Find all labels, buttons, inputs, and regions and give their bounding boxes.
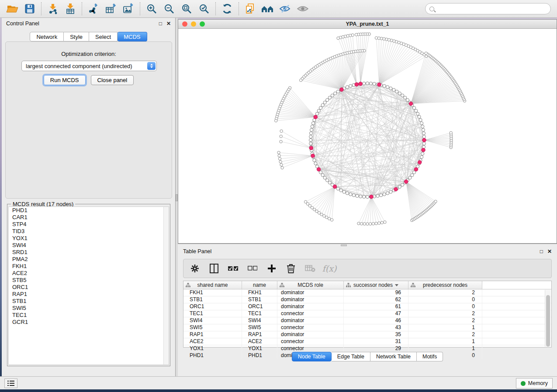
hide-selected-button[interactable]	[277, 1, 294, 16]
tab-style[interactable]: Style	[64, 32, 89, 41]
select-all-checkboxes-icon	[228, 265, 239, 272]
refresh-view-button[interactable]	[218, 1, 236, 16]
mcds-list-item[interactable]: SRD1	[9, 249, 169, 256]
export-table-button[interactable]	[102, 1, 120, 16]
mcds-list-item[interactable]: TEC1	[9, 312, 169, 319]
mcds-list-item[interactable]: ORC1	[9, 284, 169, 291]
table-scrollbar[interactable]	[545, 290, 551, 347]
table-row[interactable]: YOX1YOX1connector291	[183, 345, 551, 352]
zoom-fit-icon	[181, 3, 192, 14]
column-header-MCDS-role[interactable]: MCDS role	[277, 281, 344, 289]
mcds-list-item[interactable]: CAR1	[9, 214, 169, 221]
table-panel-splitter-handle[interactable]	[341, 244, 347, 246]
mcds-list-item[interactable]: STB1	[9, 298, 169, 305]
tab-mcds[interactable]: MCDS	[118, 32, 147, 41]
close-panel-icon[interactable]: ✕	[166, 21, 171, 26]
tab-network[interactable]: Network	[30, 32, 64, 41]
show-all-button[interactable]	[294, 1, 311, 16]
mcds-list-scrollbar[interactable]	[163, 207, 169, 364]
tab-select[interactable]: Select	[89, 32, 118, 41]
run-mcds-button[interactable]: Run MCDS	[44, 75, 86, 85]
deselect-checkboxes-button[interactable]	[247, 263, 258, 274]
table-row[interactable]: TEC1TEC1connector472	[183, 310, 551, 317]
float-table-panel-icon[interactable]: □	[540, 249, 543, 254]
delete-column-button[interactable]	[286, 263, 296, 274]
tab-edge-table[interactable]: Edge Table	[332, 352, 370, 361]
search-box[interactable]	[425, 3, 551, 14]
mcds-hub-node	[359, 82, 363, 86]
table-row[interactable]: RAP1RAP1dominator352	[183, 331, 551, 338]
search-input[interactable]	[437, 4, 550, 13]
table-row[interactable]: ORC1ORC1dominator610	[183, 303, 551, 310]
close-panel-button[interactable]: Close panel	[91, 75, 134, 85]
toolbar-separator	[41, 2, 42, 15]
table-row[interactable]: STB1STB1dominator620	[183, 296, 551, 303]
first-neighbors-button[interactable]	[259, 1, 277, 16]
network-canvas[interactable]	[178, 29, 557, 243]
mcds-hub-node	[333, 185, 337, 189]
select-all-checkboxes-button[interactable]	[228, 263, 239, 274]
zoom-in-button[interactable]	[143, 1, 160, 16]
column-header-successor-nodes[interactable]: successor nodes	[344, 281, 408, 289]
mcds-list-item[interactable]: FKH1	[9, 263, 169, 270]
zoom-out-button[interactable]	[160, 1, 178, 16]
mcds-list-item[interactable]: YOX1	[9, 235, 169, 242]
zoom-fit-button[interactable]	[178, 1, 195, 16]
delete-table-button[interactable]	[305, 263, 315, 274]
network-graph[interactable]	[178, 29, 557, 243]
table-row[interactable]: FKH1FKH1dominator962	[183, 289, 551, 296]
control-panel-title: Control Panel	[6, 21, 39, 27]
export-network-button[interactable]	[85, 1, 102, 16]
settings-gear-button[interactable]	[190, 263, 200, 274]
column-header-shared-name[interactable]: shared name	[183, 281, 242, 289]
tab-network-table[interactable]: Network Table	[370, 352, 417, 361]
column-header-predecessor-nodes[interactable]: predecessor nodes	[408, 281, 482, 289]
mcds-list-item[interactable]: STB5	[9, 277, 169, 284]
zoom-out-icon	[163, 3, 175, 14]
table-row[interactable]: SWI4SWI4dominator462	[183, 317, 551, 324]
table-toolbar: f(x)	[183, 259, 552, 278]
cell-successor-nodes: 96	[344, 289, 408, 296]
save-session-button[interactable]	[21, 1, 38, 16]
table-row[interactable]: ACE2ACE2connector311	[183, 338, 551, 345]
import-table-button[interactable]	[62, 1, 79, 16]
table-row[interactable]: SWI5SWI5connector431	[183, 324, 551, 331]
delete-column-icon	[287, 264, 295, 273]
export-image-button[interactable]	[120, 1, 137, 16]
task-history-button[interactable]	[4, 378, 17, 388]
mcds-hub-node	[314, 115, 318, 119]
tab-node-table[interactable]: Node Table	[292, 352, 332, 361]
mcds-list-item[interactable]: PHD1	[9, 207, 169, 214]
duplicate-network-button[interactable]	[242, 1, 259, 16]
mcds-hub-node	[414, 168, 418, 172]
mcds-list-item[interactable]: RAP1	[9, 291, 169, 298]
mcds-list-item[interactable]: ACE2	[9, 270, 169, 277]
cell-shared-name: SWI5	[183, 324, 242, 331]
import-network-button[interactable]	[44, 1, 62, 16]
float-panel-icon[interactable]: □	[159, 21, 162, 26]
header-filler	[482, 281, 551, 289]
mcds-list-item[interactable]: STP4	[9, 221, 169, 228]
mcds-hub-node	[422, 138, 426, 142]
close-table-panel-icon[interactable]: ✕	[547, 249, 552, 254]
settings-gear-icon	[190, 264, 200, 273]
table-scrollbar-thumb[interactable]	[546, 295, 550, 347]
add-column-button[interactable]	[266, 263, 277, 274]
mcds-list-item[interactable]: GCR1	[9, 319, 169, 326]
mcds-list-item[interactable]: SWI4	[9, 242, 169, 249]
mcds-list-item[interactable]: SWI5	[9, 305, 169, 312]
open-file-button[interactable]	[3, 1, 21, 16]
column-layout-icon	[210, 264, 218, 273]
network-window-titlebar[interactable]: YPA_prune.txt_1	[178, 20, 557, 29]
delete-table-icon	[305, 265, 315, 272]
column-header-name[interactable]: name	[242, 281, 277, 289]
optimization-criterion-dropdown[interactable]: largest connected component (undirected)	[21, 61, 157, 71]
mcds-result-list[interactable]: PHD1CAR1STP4TID3YOX1SWI4SRD1PMA2FKH1ACE2…	[8, 206, 169, 365]
zoom-selected-button[interactable]	[195, 1, 213, 16]
tab-motifs[interactable]: Motifs	[417, 352, 443, 361]
function-builder-button[interactable]: f(x)	[324, 263, 335, 274]
column-layout-button[interactable]	[209, 263, 219, 274]
mcds-list-item[interactable]: PMA2	[9, 256, 169, 263]
mcds-list-item[interactable]: TID3	[9, 228, 169, 235]
memory-button[interactable]: Memory	[516, 378, 553, 389]
